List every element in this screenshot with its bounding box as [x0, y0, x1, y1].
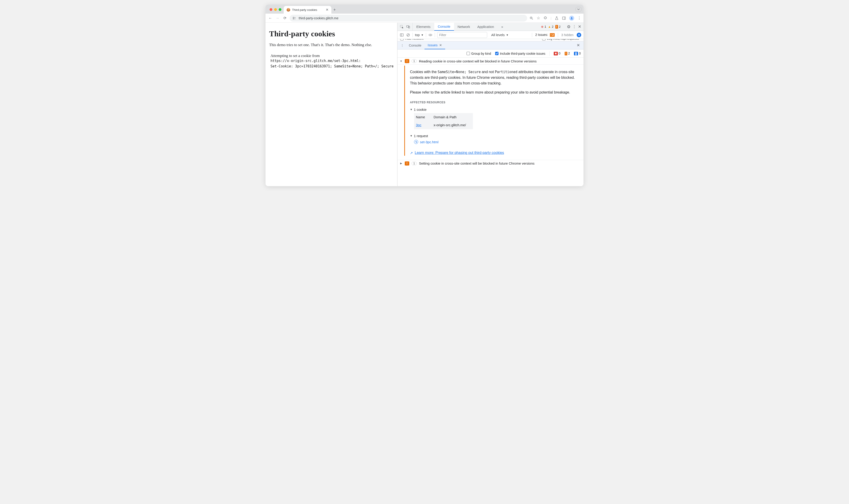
new-tab-button[interactable]: + — [331, 7, 338, 14]
tab-application[interactable]: Application — [474, 23, 498, 31]
forward-button[interactable]: → — [275, 16, 280, 20]
reload-button[interactable]: ⟳ — [282, 16, 287, 20]
issue-title: Reading cookie in cross-site context wil… — [419, 59, 537, 63]
console-settings-icon[interactable]: ⚙ — [577, 33, 581, 37]
disclosure-open-icon[interactable]: ▼ — [400, 60, 403, 62]
affected-cookies: ▼ 1 cookie Name Domain & Path 3pc — [410, 107, 579, 145]
tab-network[interactable]: Network — [454, 23, 474, 31]
filter-input[interactable]: Filter — [437, 32, 487, 38]
svg-rect-8 — [562, 17, 566, 19]
set-cookie-header: Set-Cookie: 3pc=1703240163971; SameSite=… — [270, 64, 394, 69]
tab-strip: 🍪 Third-party cookies ✕ + — [266, 4, 583, 14]
tabs-overflow-icon[interactable]: » — [498, 23, 507, 31]
close-devtools-icon[interactable]: ✕ — [578, 24, 581, 29]
cookies-table: Name Domain & Path 3pc x-origin-src.glit… — [414, 113, 473, 129]
devtools-menu-icon[interactable]: ⋮ — [572, 24, 576, 29]
hide-network-checkbox[interactable] — [400, 39, 404, 40]
context-selector[interactable]: top ▼ — [415, 33, 424, 37]
toolbar-actions: ☆ | ⋮ — [529, 16, 581, 21]
tab-favicon-icon: 🍪 — [286, 8, 290, 12]
tab-console[interactable]: Console — [434, 23, 454, 31]
issues-label[interactable]: 2 Issues: ! 2 — [535, 33, 555, 37]
issue-title: Setting cookie in cross-site context wil… — [419, 161, 535, 165]
page-content: Third-party cookies This demo tries to s… — [266, 23, 397, 186]
devtools-tab-bar: Elements Console Network Application » ⊗… — [397, 23, 583, 31]
cookie-link[interactable]: 3pc — [416, 123, 421, 127]
cookie-domain: x-origin-src.glitch.me/ — [432, 121, 473, 129]
svg-rect-0 — [293, 17, 294, 18]
tabs-overflow-button[interactable] — [575, 7, 582, 12]
tab-elements[interactable]: Elements — [413, 23, 434, 31]
device-toolbar-icon[interactable] — [406, 25, 410, 29]
extensions-icon[interactable] — [543, 16, 547, 20]
issues-blue-count: ❚ 0 — [574, 52, 581, 55]
issue-paragraph-2: Please refer to the article linked to le… — [410, 90, 579, 95]
close-drawer-icon[interactable]: ✕ — [574, 41, 582, 49]
learn-more-row: ↗ Learn more: Prepare for phasing out th… — [410, 150, 579, 156]
labs-icon[interactable] — [555, 16, 559, 20]
th-name: Name — [414, 113, 432, 121]
live-expression-icon[interactable] — [428, 33, 432, 37]
warning-count[interactable]: ▲2 — [548, 25, 553, 29]
attempt-url: https://x-origin-src.glitch.me/set-3pc.h… — [270, 58, 394, 64]
issue-paragraph: Cookies with the SameSite=None; Secure a… — [410, 69, 579, 86]
content-area: Third-party cookies This demo tries to s… — [266, 23, 583, 186]
close-window-icon[interactable] — [270, 8, 272, 11]
svg-line-17 — [407, 34, 409, 36]
clear-console-icon[interactable] — [406, 33, 410, 37]
back-button[interactable]: ← — [268, 16, 273, 20]
close-issues-tab-icon[interactable]: ✕ — [439, 43, 442, 47]
tab-title: Third-party cookies — [292, 8, 317, 12]
fullscreen-window-icon[interactable] — [279, 8, 281, 11]
browser-toolbar: ← → ⟳ third-party-cookies.glitch.me ☆ | … — [266, 14, 583, 23]
drawer-tab-bar: ⋮ Console Issues ✕ ✕ — [397, 41, 583, 50]
issues-count[interactable]: !2 — [555, 25, 561, 29]
svg-point-10 — [571, 17, 572, 18]
hidden-count[interactable]: 3 hidden — [561, 33, 573, 37]
zoom-icon[interactable] — [529, 16, 533, 20]
issues-red-count: ✖ 0 — [554, 52, 561, 55]
issues-orange-count: ! 2 — [565, 52, 570, 55]
side-panel-icon[interactable] — [562, 16, 566, 20]
request-icon: ⇅ — [414, 140, 418, 144]
request-link[interactable]: ⇅ set-3pc.html — [414, 139, 579, 145]
inspect-icon[interactable] — [400, 25, 404, 29]
attempt-label: Attempting to set a cookie from — [270, 54, 394, 58]
disclosure-closed-icon[interactable]: ▶ — [400, 162, 403, 165]
error-count[interactable]: ⊗1 — [541, 25, 546, 29]
issue-details: Cookies with the SameSite=None; Secure a… — [397, 65, 583, 160]
sidebar-toggle-icon[interactable] — [400, 33, 404, 37]
separator: | — [551, 16, 551, 20]
levels-selector[interactable]: All levels ▼ — [491, 33, 509, 37]
issue-count-pill: 1 — [411, 162, 417, 165]
learn-more-link[interactable]: Learn more: Prepare for phasing out thir… — [415, 150, 504, 156]
include-3p-checkbox[interactable]: Include third-party cookie issues — [495, 52, 545, 55]
site-settings-icon[interactable] — [292, 16, 296, 20]
breaking-change-icon: ! — [405, 161, 409, 165]
profile-avatar[interactable] — [569, 16, 574, 21]
svg-rect-1 — [293, 18, 294, 19]
address-bar[interactable]: third-party-cookies.glitch.me — [289, 15, 527, 22]
issue-row-collapsed[interactable]: ▶ ! 1 Setting cookie in cross-site conte… — [397, 160, 583, 167]
th-domain: Domain & Path — [432, 113, 473, 121]
table-row: 3pc x-origin-src.glitch.me/ — [414, 121, 473, 129]
issue-row-expanded[interactable]: ▼ ! 1 Reading cookie in cross-site conte… — [397, 58, 583, 65]
close-tab-icon[interactable]: ✕ — [326, 8, 329, 12]
requests-disclosure[interactable]: ▼ 1 request — [410, 133, 579, 139]
page-lead: This demo tries to set one. That's it. T… — [269, 43, 394, 47]
chrome-menu-icon[interactable]: ⋮ — [577, 16, 581, 20]
minimize-window-icon[interactable] — [274, 8, 277, 11]
log-xhr-checkbox[interactable] — [542, 39, 546, 40]
bookmark-icon[interactable]: ☆ — [537, 16, 540, 20]
settings-icon[interactable]: ⚙ — [567, 24, 570, 29]
console-settings-row: Hide network Log XMLHttpRequests — [397, 39, 583, 41]
drawer-menu-icon[interactable]: ⋮ — [399, 41, 406, 49]
issues-toolbar: Group by kind Include third-party cookie… — [397, 50, 583, 58]
group-by-kind-checkbox[interactable]: Group by kind — [466, 52, 491, 55]
drawer-tab-issues[interactable]: Issues ✕ — [425, 41, 445, 49]
browser-tab[interactable]: 🍪 Third-party cookies ✕ — [284, 6, 331, 14]
browser-window: 🍪 Third-party cookies ✕ + ← → ⟳ third-pa… — [266, 4, 583, 186]
cookies-disclosure[interactable]: ▼ 1 cookie — [410, 107, 579, 112]
svg-point-19 — [430, 35, 431, 35]
drawer-tab-console[interactable]: Console — [406, 41, 425, 49]
